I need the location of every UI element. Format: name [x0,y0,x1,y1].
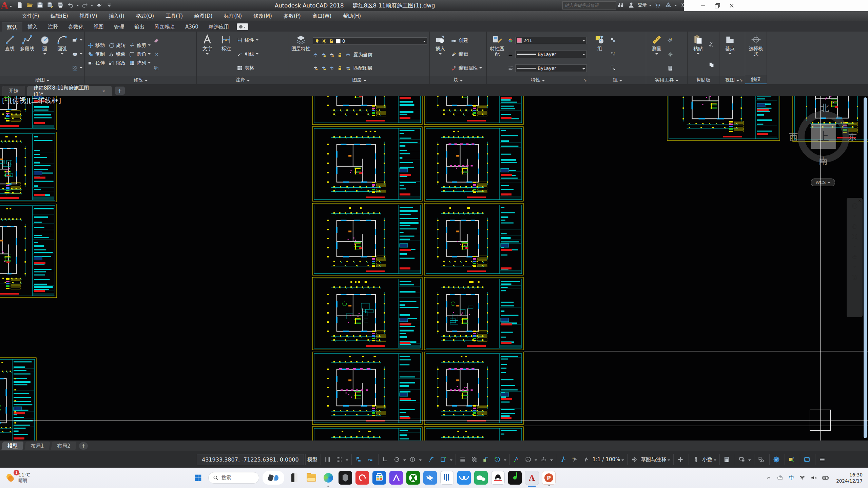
navbar-close-icon[interactable]: ✕ [858,199,861,203]
clean-screen-toggle[interactable] [802,454,812,465]
lineweight-select[interactable]: ByLayer [515,51,587,58]
zoom-icon[interactable] [851,233,858,240]
qq-icon[interactable] [491,471,505,485]
grid-dropdown[interactable] [346,459,348,462]
drawing-area[interactable]: [-][俯视][二维线框] 北 西 东 南 上 WCS ✕ [0,96,868,440]
xbox-icon[interactable] [406,471,420,485]
menu-parametric[interactable]: 参数(P) [278,11,307,21]
scale-tool[interactable]: 缩放 [108,59,126,68]
layer-unisolate-tool[interactable] [313,65,318,71]
microsoft-store-icon[interactable] [372,471,386,485]
menu-window[interactable]: 窗口(W) [307,11,337,21]
panel-label-view[interactable]: 视图↘ [719,76,745,84]
polyline-tool[interactable]: 多段线 [19,33,36,76]
viewport-controls-label[interactable]: [-][俯视][二维线框] [2,96,61,105]
quick-calc-tool[interactable] [667,65,673,71]
file-tab-close-icon[interactable]: ✕ [102,89,105,94]
group-tool[interactable]: 组 [591,33,609,76]
minimize-button[interactable] [696,0,710,11]
ime-indicator[interactable]: 中 [789,474,794,482]
menu-view[interactable]: 视图(V) [74,11,103,21]
task-view-button[interactable] [288,471,301,485]
panel-label-properties[interactable]: 特性↘ [487,76,589,84]
pen-widget-button[interactable] [263,471,284,485]
panel-label-draw[interactable]: 绘图 [0,76,84,84]
match-properties-tool[interactable]: 特性匹配 [488,33,506,76]
viewcube-north[interactable]: 北 [821,102,829,114]
panel-label-modify[interactable]: 修改 [85,76,196,84]
explode-tool[interactable] [153,51,159,57]
blue-shield-app-icon[interactable] [440,471,454,485]
lineweight-list-icon[interactable] [508,52,513,57]
tab-layout2[interactable]: 布局2 [51,442,76,450]
view-dialog-launcher[interactable]: ↘ [739,78,743,82]
wechat-icon[interactable] [474,471,488,485]
dynamic-input-toggle[interactable] [365,454,375,465]
edge-icon[interactable] [322,471,335,485]
snap-grid-toggle[interactable] [323,454,333,465]
restore-button[interactable] [710,0,725,11]
signin-label[interactable]: 登录 [638,2,647,8]
layer-lock-tool[interactable] [337,52,343,58]
ribbon-display-toggle[interactable] [237,23,248,30]
app-store-button[interactable] [654,1,662,9]
ribbon-tab-home[interactable]: 默认 [2,22,22,32]
pan-icon[interactable] [851,223,858,230]
workspace-gear-icon[interactable] [629,454,639,465]
workspace-dropdown[interactable] [668,459,670,462]
block-create-tool[interactable]: 创建 [451,37,468,43]
ungroup-tool[interactable] [610,37,616,43]
orbit-icon[interactable] [851,254,858,260]
netease-music-icon[interactable] [355,471,369,485]
new-drawing-button[interactable]: + [115,87,125,95]
close-button[interactable] [725,0,739,11]
quick-select-tool[interactable] [667,37,673,43]
ellipse-tool[interactable] [72,51,82,57]
osnap-dropdown[interactable] [450,459,452,462]
quick-calc-button[interactable] [721,454,732,465]
circle-tool[interactable]: 圆 [36,33,53,76]
layer-select[interactable]: 0 [313,37,427,45]
menu-file[interactable]: 文件(F) [16,11,45,21]
layer-on-all-tool[interactable] [329,65,334,71]
layer-unlock-tool[interactable] [337,65,343,71]
base-view-tool[interactable]: 基点 [721,33,739,76]
menu-insert[interactable]: 插入(I) [103,11,130,21]
rectangle-tool[interactable] [72,37,82,43]
layer-thaw-all-tool[interactable] [321,65,326,71]
block-edit-attr-tool[interactable]: 编辑属性 [451,65,482,71]
ribbon-tab-a360[interactable]: A360 [180,22,204,32]
search-button[interactable] [617,1,625,9]
measure-tool[interactable]: 测量 [648,33,666,76]
snap-mode-toggle[interactable] [353,454,364,465]
auto-scale-toggle[interactable] [570,454,580,465]
units-value[interactable]: 小数 [702,456,712,463]
menu-tools[interactable]: 工具(T) [160,11,189,21]
a360-dropdown[interactable] [675,5,677,7]
a360-button[interactable] [664,1,672,9]
help-search-input[interactable] [562,1,616,10]
group-edit-tool[interactable] [610,51,616,57]
panel-label-utilities[interactable]: 实用工具 [646,76,687,84]
panel-label-clipboard[interactable]: 剪贴板 [688,76,719,84]
panel-label-annotate[interactable]: 注释 [197,76,289,84]
gizmo-toggle[interactable] [539,454,549,465]
block-edit-tool[interactable]: 编辑 [451,51,468,57]
menu-dimension[interactable]: 标注(N) [218,11,248,21]
linear-dim-tool[interactable]: 线性 [237,37,258,43]
table-tool[interactable]: 表格 [237,65,254,71]
group-selection-toggle[interactable] [610,65,616,71]
volume-muted-icon[interactable] [810,474,817,481]
battery-icon[interactable] [822,474,829,482]
annotation-scale-value[interactable]: 1:1 / 100% [593,456,620,463]
menu-help[interactable]: 帮助(H) [337,11,367,21]
file-tab-start[interactable]: 开始 [2,86,25,96]
gizmo-dropdown[interactable] [550,459,553,462]
grid-display-toggle[interactable] [334,454,344,465]
select-mode-tool[interactable]: 选择模式 [747,33,765,75]
start-button[interactable] [191,471,205,485]
new-layout-button[interactable]: + [79,442,88,450]
leader-tool[interactable]: 引线 [237,51,258,57]
redo-dropdown[interactable] [91,5,93,7]
mirror-tool[interactable]: 镜像 [108,50,126,59]
